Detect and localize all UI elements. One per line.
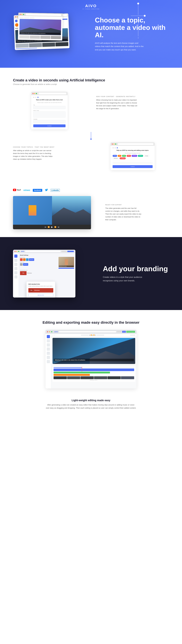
tag-relaxing[interactable]: Relaxing xyxy=(132,155,137,157)
step2-label: CHOOSE YOUR TOPICS · THAT YOU WANT MOST xyxy=(13,146,86,148)
step1-desc: When choosing how to make your video it … xyxy=(96,98,138,110)
editor-main-area: ↩ ↪ ⏮ ⏪ ▶ ⏩ ⏭ xyxy=(51,334,137,388)
add-new-intro-btn[interactable]: Add new Intro xyxy=(28,294,53,296)
editor-sidebar-icon-6[interactable] xyxy=(47,356,50,359)
facebook-logo: facebook xyxy=(33,189,42,192)
editor-sidebar xyxy=(45,334,51,388)
form-field-content[interactable] xyxy=(33,111,65,118)
app-titlebar: AIVO xyxy=(13,250,75,253)
editing-section: Editing and exporting made easy directly… xyxy=(0,310,182,420)
intro-preview: TED TEDxDubai xyxy=(28,288,53,292)
create-video-section: Create a video in seconds using Artifici… xyxy=(0,68,182,180)
save-btn[interactable]: Save xyxy=(122,331,126,333)
branding-app-mock: AIVO Brand Sett xyxy=(13,250,92,298)
vimeo-logo: vimeo xyxy=(23,189,30,192)
timeline-label: Relaxing on the AI... xyxy=(54,380,134,380)
tag-calm[interactable]: Calm xyxy=(122,155,126,157)
timeline-track-1[interactable] xyxy=(54,368,134,371)
export-row: ⏮ ⏪ ▶ ⏩ ⏭ READY FOR EXPORT The video gen… xyxy=(13,196,169,229)
video-right-panel xyxy=(52,196,91,225)
form-mock: Have an AIVO create your video from a te… xyxy=(31,92,68,129)
intro-logo-preview: TED xyxy=(29,289,33,292)
deco-line-v-2 xyxy=(138,17,138,36)
tag-water[interactable]: Water xyxy=(127,155,131,157)
sidebar-icon-1[interactable] xyxy=(14,254,17,258)
platform-logos: YouTube vimeo facebook Linkedin xyxy=(13,188,169,192)
topics-mock: Help our AIVO by removing and adding som… xyxy=(111,142,155,170)
timeline-track-3[interactable] xyxy=(54,374,90,376)
hero-description: AIVO will analyse the text and choose im… xyxy=(95,42,144,52)
form-title: Have an AIVO create your video from a te… xyxy=(33,99,65,100)
video-player: ⏮ ⏪ ▶ ⏩ ⏭ xyxy=(13,196,91,229)
hero-content: Choose a topic, automate a video with AI… xyxy=(87,16,172,51)
section2-title: Create a video in seconds using Artifici… xyxy=(13,78,169,82)
branding-title: Add your branding xyxy=(103,265,169,273)
deco-arrow: ↓ xyxy=(138,36,139,39)
redo-icon[interactable]: ↪ xyxy=(54,334,55,336)
step1-row: Have an AIVO create your video from a te… xyxy=(13,92,169,129)
form-field-language[interactable] xyxy=(33,120,65,123)
step1-label: ADD YOUR CONTENT · GENERATE INSTANTLY xyxy=(96,96,169,97)
generate-btn[interactable]: Continue xyxy=(33,124,65,127)
tag-lifestyle[interactable]: Lifestyle xyxy=(144,155,149,157)
step2-row: CHOOSE YOUR TOPICS · THAT YOU WANT MOST … xyxy=(13,142,169,170)
sidebar-icon-5[interactable] xyxy=(14,271,17,274)
skip-forward-btn[interactable]: ⏭ xyxy=(58,226,59,228)
connector-1 xyxy=(13,132,169,140)
video-person xyxy=(29,205,36,216)
export-description: The video generates and the user has ful… xyxy=(105,207,142,221)
deco-dot-2 xyxy=(144,15,146,17)
svg-text:YouTube: YouTube xyxy=(17,189,21,191)
popup-title: Add standard intro xyxy=(28,284,53,285)
editor-sidebar-icon-2[interactable] xyxy=(47,339,50,342)
section2-subtitle: Choose to generate from an article or wr… xyxy=(13,83,169,85)
editor-sidebar-icon-4[interactable] xyxy=(47,348,50,351)
video-controls: ⏮ ⏪ ▶ ⏩ ⏭ xyxy=(13,225,91,229)
editor-sidebar-icon-5[interactable] xyxy=(47,352,50,355)
tag-travel[interactable]: Travel xyxy=(113,155,117,157)
section5-title: Editing and exporting made easy directly… xyxy=(13,320,169,324)
undo-icon[interactable]: ↩ xyxy=(52,334,53,336)
sidebar-icon-4[interactable] xyxy=(14,267,17,270)
youtube-logo: YouTube xyxy=(13,188,21,192)
step1-description: ADD YOUR CONTENT · GENERATE INSTANTLY Wh… xyxy=(96,92,169,110)
form-subtitle: Choose a topic or script the user can na… xyxy=(33,102,65,103)
tag-outdoor[interactable]: Outdoor xyxy=(138,155,143,157)
tag-adventure[interactable]: Adventure xyxy=(113,157,119,159)
editor-body: ↩ ↪ ⏮ ⏪ ▶ ⏩ ⏭ xyxy=(45,334,137,388)
hero-section: AIVO AI VIDEO CREATION ↓ xyxy=(0,0,182,68)
step2-desc: After adding an article or script the us… xyxy=(13,149,55,160)
fast-forward-btn[interactable]: ⏩ xyxy=(54,226,56,228)
hero-logo-sub: AI VIDEO CREATION xyxy=(83,8,99,10)
linkedin-logo: Linkedin xyxy=(51,189,60,192)
preview-export-btn[interactable]: Preview & Export xyxy=(126,331,135,333)
sidebar-icon-6[interactable] xyxy=(14,275,17,278)
editing-info-description: After generating a video we created an e… xyxy=(45,404,137,410)
editor-sidebar-icon-7[interactable] xyxy=(47,360,50,363)
tag-sea[interactable]: Sea xyxy=(118,155,121,157)
playback-controls: ⏮ ⏪ ▶ ⏩ ⏭ xyxy=(89,334,96,336)
sidebar-icon-2[interactable] xyxy=(14,259,17,262)
tag-remove[interactable]: ✕ remove xyxy=(120,157,126,159)
sidebar-icon-3[interactable] xyxy=(14,263,17,266)
export-info: READY FOR EXPORT The video generates and… xyxy=(99,204,169,221)
editor-sidebar-icon-1[interactable] xyxy=(47,335,50,338)
play-btn[interactable]: ▶ xyxy=(51,226,53,228)
rewind-btn[interactable]: ⏪ xyxy=(48,226,50,228)
form-field-title[interactable] xyxy=(33,106,65,109)
editor-sidebar-icon-3[interactable] xyxy=(47,343,50,346)
app-brand-settings-title: Brand Settings xyxy=(20,254,74,256)
topics-continue-btn[interactable]: Continue xyxy=(113,165,153,168)
intro-popup: Add standard intro Create, edit and add … xyxy=(26,282,55,298)
intro-title-preview: TEDxDubai xyxy=(34,290,40,291)
video-overlay-text: Relaxing on the water is the newest form… xyxy=(54,359,134,361)
app-main: Brand Settings Brand Front Add font S xyxy=(19,253,75,298)
video-left-panel xyxy=(13,196,52,225)
app-logo-text: AIVO xyxy=(21,251,24,252)
editing-info-title: Light-weight editing made easy xyxy=(15,399,167,402)
twitter-logo xyxy=(45,188,48,192)
branding-section: AIVO Brand Sett xyxy=(0,237,182,310)
timeline-track-2[interactable] xyxy=(54,372,110,374)
deco-dot-1 xyxy=(137,2,139,4)
skip-back-btn[interactable]: ⏮ xyxy=(45,226,46,228)
